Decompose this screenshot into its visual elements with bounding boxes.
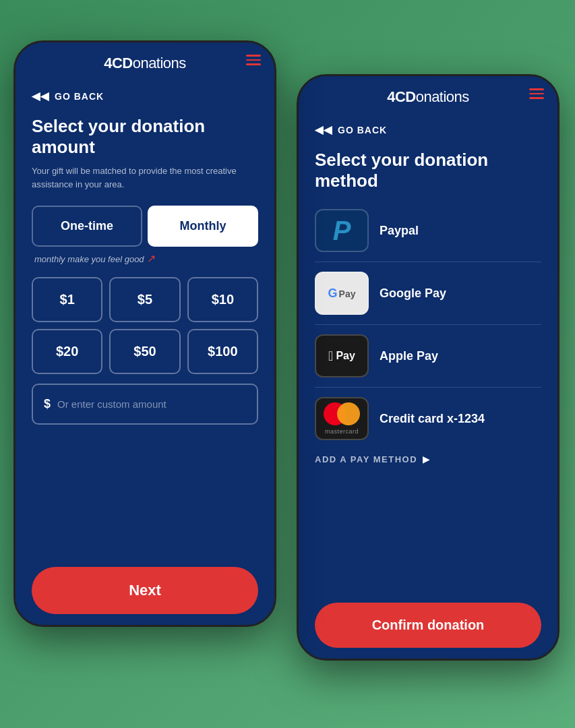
page-title-1: Select your donation amount: [32, 116, 258, 158]
amount-button-10[interactable]: $10: [187, 277, 258, 322]
next-button[interactable]: Next: [32, 567, 258, 614]
header-1: 4CDonations: [16, 42, 274, 79]
hamburger-menu-1[interactable]: [246, 55, 261, 65]
add-pay-method-label: ADD A PAY METHOD: [315, 454, 417, 464]
paypal-logo: P: [333, 216, 351, 246]
hamburger-line: [246, 59, 261, 61]
go-back-label-2: GO BACK: [338, 125, 387, 135]
logo-light: onations: [133, 55, 186, 71]
one-time-button[interactable]: One-time: [32, 206, 142, 247]
mastercard-text: mastercard: [325, 428, 359, 435]
apple-pay-label: Apple Pay: [380, 349, 438, 363]
mastercard-logo: mastercard: [324, 402, 360, 435]
go-back-button-2[interactable]: ◀◀ GO BACK: [315, 123, 541, 136]
gpay-label: Google Pay: [380, 286, 446, 301]
amount-button-20[interactable]: $20: [32, 329, 102, 374]
phone-2-content: ◀◀ GO BACK Select your donation method P…: [299, 113, 557, 659]
logo-2: 4CDonations: [387, 88, 469, 106]
logo-1: 4CDonations: [104, 55, 186, 72]
monthly-button[interactable]: Monthly: [148, 206, 258, 247]
apple-pay-logo-box:  Pay: [315, 334, 369, 377]
logo-bold: 4CD: [104, 55, 133, 71]
confirm-button[interactable]: Confirm donation: [315, 603, 541, 648]
paypal-label: Paypal: [380, 224, 419, 238]
gpay-logo-box: GPay: [315, 272, 369, 315]
apple-pay-logo:  Pay: [328, 348, 355, 364]
paypal-logo-box: P: [315, 209, 369, 252]
gpay-logo: GPay: [328, 286, 356, 301]
phone-2: 4CDonations ◀◀ GO BACK Select your donat…: [297, 74, 559, 661]
back-arrow-icon-2: ◀◀: [315, 123, 332, 136]
paypal-item[interactable]: P Paypal: [315, 209, 541, 252]
monthly-hint: monthly make you feel good: [32, 252, 258, 265]
logo-bold-2: 4CD: [387, 88, 416, 105]
mastercard-logo-box: mastercard: [315, 397, 369, 440]
dollar-icon: $: [44, 397, 51, 411]
apple-pay-word: Pay: [336, 350, 355, 362]
hamburger-line: [246, 55, 261, 57]
back-arrow-icon-1: ◀◀: [32, 90, 49, 102]
go-back-button-1[interactable]: ◀◀ GO BACK: [32, 90, 258, 102]
custom-amount-field[interactable]: $ Or enter custom amount: [32, 384, 258, 425]
phone-1: 4CDonations ◀◀ GO BACK Select your donat…: [13, 40, 276, 627]
hamburger-line: [246, 63, 261, 65]
apple-pay-item[interactable]:  Pay Apple Pay: [315, 334, 541, 377]
amount-button-5[interactable]: $5: [109, 277, 180, 322]
divider-2: [315, 324, 541, 325]
header-2: 4CDonations: [299, 76, 557, 113]
apple-icon: : [328, 348, 333, 364]
custom-amount-placeholder: Or enter custom amount: [57, 398, 167, 410]
mastercard-circles: [324, 402, 360, 425]
divider-3: [315, 387, 541, 388]
divider-1: [315, 262, 541, 262]
toggle-group: One-time Monthly: [32, 206, 258, 247]
hamburger-menu-2[interactable]: [529, 88, 544, 99]
amount-button-50[interactable]: $50: [109, 329, 180, 374]
mc-orange-circle: [337, 402, 360, 425]
add-pay-arrow-icon: ▶: [423, 454, 430, 464]
hamburger-line: [529, 97, 544, 99]
phone-1-content: ◀◀ GO BACK Select your donation amount Y…: [16, 79, 274, 625]
subtitle-1: Your gift will be matched to provide the…: [32, 164, 258, 191]
mastercard-label: Credit card x-1234: [380, 412, 485, 426]
phone-2-screen: 4CDonations ◀◀ GO BACK Select your donat…: [299, 76, 557, 659]
amount-grid: $1 $5 $10 $20 $50 $100: [32, 277, 258, 374]
payment-methods-list: P Paypal GPay Google Pay: [315, 209, 541, 450]
gpay-item[interactable]: GPay Google Pay: [315, 272, 541, 315]
amount-button-1[interactable]: $1: [32, 277, 102, 322]
mastercard-item[interactable]: mastercard Credit card x-1234: [315, 397, 541, 440]
hamburger-line: [529, 88, 544, 90]
hamburger-line: [529, 93, 544, 95]
amount-button-100[interactable]: $100: [187, 329, 258, 374]
go-back-label-1: GO BACK: [55, 91, 104, 102]
page-title-2: Select your donation method: [315, 150, 541, 191]
phone-1-screen: 4CDonations ◀◀ GO BACK Select your donat…: [16, 42, 274, 625]
logo-light-2: onations: [416, 88, 469, 105]
add-pay-method-button[interactable]: ADD A PAY METHOD ▶: [315, 454, 541, 464]
